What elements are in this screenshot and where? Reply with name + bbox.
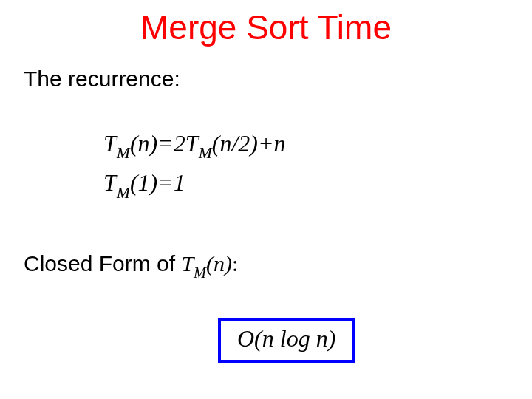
- var-n: n: [274, 130, 286, 157]
- recurrence-heading: The recurrence:: [24, 66, 180, 92]
- recurrence-line-2: TM(1)=1: [103, 165, 286, 204]
- closed-form-answer: O(n log n): [237, 325, 335, 352]
- recurrence-equations: TM(n)=2TM(n/2)+n TM(1)=1: [103, 126, 286, 204]
- const-2: 2: [174, 130, 185, 157]
- var-n-over-2: n/2: [219, 130, 250, 157]
- closed-form-prefix: Closed Form of: [24, 251, 181, 276]
- sub-M: M: [199, 144, 212, 162]
- paren-open: (: [212, 130, 220, 157]
- sub-M: M: [117, 144, 130, 162]
- paren-open: (: [206, 251, 214, 276]
- paren-close: ): [225, 251, 232, 276]
- closed-form-answer-box: O(n log n): [218, 318, 355, 363]
- sym-T: T: [185, 130, 199, 157]
- slide: Merge Sort Time The recurrence: TM(n)=2T…: [0, 0, 532, 399]
- paren-close: ): [150, 130, 158, 157]
- const-1: 1: [174, 169, 185, 196]
- closed-form-expr: TM(n): [181, 251, 232, 276]
- sub-M: M: [194, 265, 206, 281]
- sym-T: T: [103, 169, 117, 196]
- equals: =: [157, 169, 174, 196]
- closed-form-heading: Closed Form of TM(n):: [24, 251, 238, 280]
- sym-T: T: [181, 251, 194, 276]
- plus: +: [258, 130, 274, 157]
- paren-open: (: [130, 130, 138, 157]
- sub-M: M: [117, 184, 130, 202]
- const-1: 1: [138, 169, 150, 196]
- var-n: n: [214, 251, 225, 276]
- paren-close: ): [250, 130, 258, 157]
- paren-open: (: [130, 169, 138, 196]
- equals: =: [157, 130, 174, 157]
- colon: :: [232, 251, 238, 276]
- slide-title: Merge Sort Time: [0, 7, 532, 47]
- paren-close: ): [150, 169, 158, 196]
- var-n: n: [138, 130, 150, 157]
- sym-T: T: [103, 130, 117, 157]
- recurrence-line-1: TM(n)=2TM(n/2)+n: [103, 126, 286, 165]
